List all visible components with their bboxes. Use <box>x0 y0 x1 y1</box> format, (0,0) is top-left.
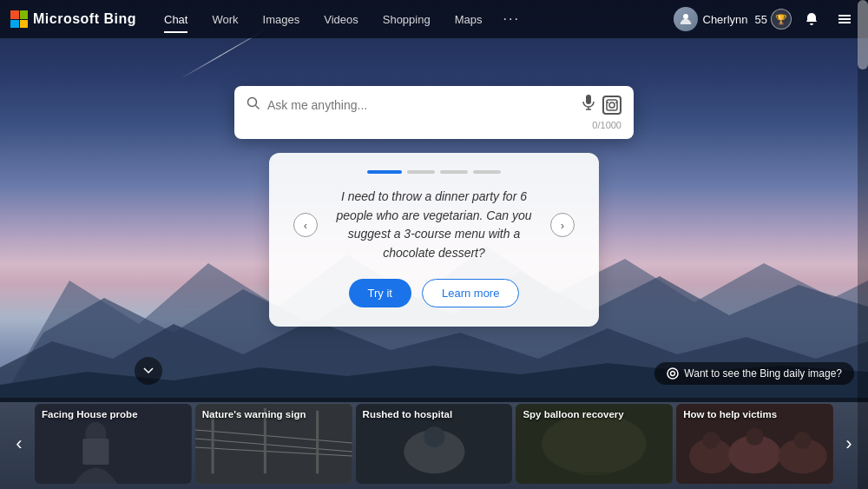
svg-rect-13 <box>607 100 617 110</box>
nav-shopping[interactable]: Shopping <box>372 8 441 31</box>
dot-2[interactable] <box>407 170 435 174</box>
nav-chat[interactable]: Chat <box>154 8 198 31</box>
navbar: Microsoft Bing Chat Work Images Videos S… <box>0 0 868 38</box>
scroll-down-button[interactable] <box>135 357 162 385</box>
svg-point-14 <box>609 102 615 108</box>
scrollbar[interactable] <box>858 0 868 489</box>
search-container: 0/1000 <box>234 86 634 139</box>
nav-maps[interactable]: Maps <box>444 8 493 31</box>
notifications-button[interactable] <box>799 6 825 32</box>
svg-rect-10 <box>586 95 591 104</box>
news-cards: Facing House probe Nature's warning sign <box>35 398 833 489</box>
daily-image-banner[interactable]: Want to see the Bing daily image? <box>654 362 854 385</box>
brand-name: Microsoft Bing <box>33 11 136 27</box>
suggestion-text: I need to throw a dinner party for 6 peo… <box>328 188 540 263</box>
svg-line-9 <box>256 105 260 109</box>
svg-point-8 <box>248 97 257 106</box>
nav-work[interactable]: Work <box>201 8 248 31</box>
voice-search-button[interactable] <box>582 95 595 115</box>
news-card-3[interactable]: Rushed to hospital <box>356 404 513 484</box>
search-icon <box>247 96 260 114</box>
prev-suggestion-button[interactable]: ‹ <box>293 213 318 237</box>
avatar <box>674 7 698 31</box>
daily-image-label: Want to see the Bing daily image? <box>684 367 842 380</box>
user-name: Cherlynn <box>703 13 748 26</box>
nav-right: Cherlynn 55 🏆 <box>674 6 858 32</box>
nav-links: Chat Work Images Videos Shopping Maps ··… <box>154 8 674 31</box>
reward-icon: 🏆 <box>771 9 792 30</box>
search-input[interactable] <box>267 98 575 112</box>
news-strip: ‹ Facing House probe Nature's warning si… <box>0 398 868 489</box>
reward-score: 55 <box>755 13 767 26</box>
news-card-2-title: Nature's warning sign <box>202 409 345 420</box>
news-card-5-title: How to help victims <box>683 409 826 420</box>
news-card-4-title: Spy balloon recovery <box>523 409 666 420</box>
logo-area[interactable]: Microsoft Bing <box>10 10 136 28</box>
dot-4[interactable] <box>473 170 501 174</box>
svg-point-17 <box>667 368 678 379</box>
user-info[interactable]: Cherlynn <box>674 7 748 31</box>
news-card-4[interactable]: Spy balloon recovery <box>516 404 673 484</box>
dot-3[interactable] <box>440 170 468 174</box>
next-suggestion-button[interactable]: › <box>550 213 575 237</box>
search-row <box>247 95 621 115</box>
nav-videos[interactable]: Videos <box>313 8 369 31</box>
news-prev-button[interactable]: ‹ <box>5 398 33 489</box>
card-nav: ‹ I need to throw a dinner party for 6 p… <box>293 188 575 263</box>
svg-rect-7 <box>838 22 851 23</box>
menu-button[interactable] <box>832 6 858 32</box>
char-count: 0/1000 <box>247 120 621 130</box>
svg-rect-5 <box>838 15 851 17</box>
suggestion-card: ‹ I need to throw a dinner party for 6 p… <box>269 153 599 327</box>
news-card-2[interactable]: Nature's warning sign <box>195 404 352 484</box>
svg-point-18 <box>671 372 675 376</box>
dot-1[interactable] <box>367 170 402 174</box>
try-it-button[interactable]: Try it <box>349 279 411 307</box>
scrollbar-thumb[interactable] <box>858 0 868 69</box>
learn-more-button[interactable]: Learn more <box>422 279 519 307</box>
news-card-1-title: Facing House probe <box>42 409 185 420</box>
visual-search-button[interactable] <box>602 96 621 115</box>
microsoft-logo-icon <box>10 10 28 28</box>
nav-images[interactable]: Images <box>253 8 311 31</box>
card-buttons: Try it Learn more <box>293 279 575 307</box>
svg-rect-6 <box>838 18 851 20</box>
news-card-1[interactable]: Facing House probe <box>35 404 192 484</box>
reward-badge[interactable]: 55 🏆 <box>755 9 792 30</box>
nav-more-button[interactable]: ··· <box>496 8 526 30</box>
svg-point-4 <box>683 14 688 19</box>
news-card-5[interactable]: How to help victims <box>676 404 833 484</box>
card-dots <box>293 170 575 174</box>
news-card-3-title: Rushed to hospital <box>363 409 506 420</box>
